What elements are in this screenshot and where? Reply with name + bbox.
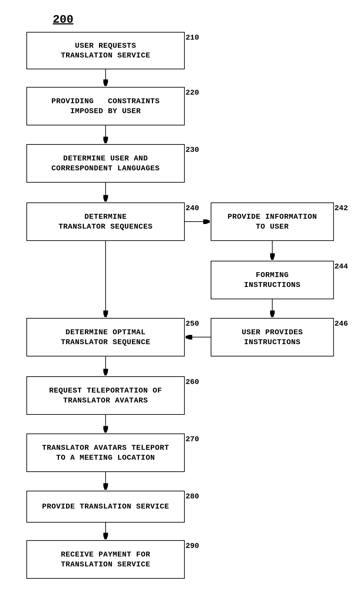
box-270: TRANSLATOR AVATARS TELEPORTTO A MEETING … xyxy=(26,434,185,472)
figure-number: 200 xyxy=(53,13,73,26)
box-242: PROVIDE INFORMATIONTO USER xyxy=(211,202,334,241)
diagram-container: 200 ⌜ 210 ⌜ 220 ⌜ 230 ⌜ 240 ⌜ 242 ⌜ 244 … xyxy=(0,0,364,606)
box-210: USER REQUESTSTRANSLATION SERVICE xyxy=(26,32,185,69)
box-280: PROVIDE TRANSLATION SERVICE xyxy=(26,491,185,523)
box-220: PROVIDING CONSTRAINTSIMPOSED BY USER xyxy=(26,87,185,125)
box-246: USER PROVIDESINSTRUCTIONS xyxy=(211,318,334,356)
box-244: FORMINGINSTRUCTIONS xyxy=(211,261,334,299)
box-250: DETERMINE OPTIMALTRANSLATOR SEQUENCE xyxy=(26,318,185,356)
box-230: DETERMINE USER ANDCORRESPONDENT LANGUAGE… xyxy=(26,144,185,183)
box-240: DETERMINETRANSLATOR SEQUENCES xyxy=(26,202,185,241)
box-260: REQUEST TELEPORTATION OFTRANSLATOR AVATA… xyxy=(26,376,185,415)
box-290: RECEIVE PAYMENT FORTRANSLATION SERVICE xyxy=(26,540,185,579)
